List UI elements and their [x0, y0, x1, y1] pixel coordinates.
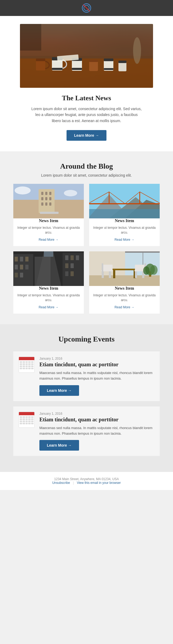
event-item-2: January 1, 2016 Etiam tincidunt, quam ac…	[13, 406, 160, 456]
calendar-header-2	[19, 412, 34, 415]
svg-rect-21	[20, 24, 41, 51]
cal-cell	[23, 416, 25, 418]
cal-cell	[26, 363, 28, 365]
cal-cell	[28, 421, 31, 422]
svg-line-2	[83, 5, 90, 11]
cal-cell	[31, 423, 34, 424]
blog-item-4-title: News Item	[89, 286, 160, 291]
cal-cell	[28, 416, 31, 418]
svg-rect-83	[102, 263, 103, 271]
event-1-text: Maecenas sed nulla massa. In mattis vulp…	[39, 370, 154, 381]
footer: 1234 Main Street, Anywhere, MA 01234, US…	[0, 472, 173, 490]
svg-rect-14	[89, 60, 98, 62]
hero-image	[20, 24, 153, 88]
event-2-text: Maecenas sed nulla massa. In mattis vulp…	[39, 425, 154, 437]
blog-item-4-read-more[interactable]: Read More →	[114, 305, 134, 309]
footer-divider: |	[73, 481, 74, 485]
svg-rect-32	[41, 202, 43, 206]
event-1-learn-more-button[interactable]: Learn More →	[39, 385, 79, 396]
cal-cell	[28, 368, 31, 369]
cal-cell	[26, 368, 28, 369]
view-email-link[interactable]: View this email in your browser	[77, 481, 121, 485]
svg-rect-67	[65, 263, 68, 268]
event-2-date: January 1, 2016	[39, 412, 154, 416]
blog-grid: News Item Integer ut tempor lectus. Viva…	[13, 184, 160, 314]
blog-item-2-read-more[interactable]: Read More →	[114, 238, 134, 242]
cal-cell	[20, 363, 22, 365]
cal-cell	[31, 361, 34, 363]
blog-item-3-read-more[interactable]: Read More →	[39, 305, 59, 309]
svg-rect-6	[36, 59, 45, 61]
blog-title: Around the Blog	[13, 162, 160, 171]
svg-rect-65	[71, 255, 74, 260]
cal-cell	[20, 423, 22, 424]
blog-item-2: News Item Integer ut tempor lectus. Viva…	[89, 184, 160, 246]
svg-rect-28	[49, 192, 51, 195]
cal-cell	[28, 423, 31, 424]
unsubscribe-link[interactable]: Unsubscribe	[52, 481, 70, 485]
cal-cell	[26, 423, 28, 424]
blog-image-alley	[13, 251, 84, 286]
blog-item-1-read-more[interactable]: Read More →	[39, 238, 59, 242]
cal-cell	[20, 418, 22, 420]
cal-cell	[23, 421, 25, 422]
svg-rect-80	[102, 271, 104, 278]
cal-cell	[28, 363, 31, 365]
cal-cell	[23, 363, 25, 365]
calendar-grid-2	[19, 415, 34, 425]
cal-cell	[31, 416, 34, 418]
event-1-date: January 1, 2016	[39, 357, 154, 360]
blog-image-bridge	[89, 184, 160, 218]
event-item-1: January 1, 2016 Etiam tincidunt, quam ac…	[13, 351, 160, 401]
svg-rect-29	[41, 197, 43, 200]
cal-cell	[20, 421, 22, 422]
blog-item-4-text: Integer ut tempor lectus. Vivamus at gra…	[89, 293, 160, 302]
cal-cell	[26, 361, 28, 363]
svg-rect-81	[109, 271, 111, 278]
svg-point-36	[15, 186, 31, 194]
svg-rect-75	[89, 275, 160, 286]
blog-item-1: News Item Integer ut tempor lectus. Viva…	[13, 184, 84, 246]
events-title: Upcoming Events	[13, 335, 160, 343]
svg-rect-19	[118, 61, 126, 63]
event-2-learn-more-button[interactable]: Learn More →	[39, 440, 79, 451]
svg-rect-77	[113, 270, 115, 278]
blog-item-2-text: Integer ut tempor lectus. Vivamus at gra…	[89, 225, 160, 235]
svg-rect-63	[44, 251, 53, 257]
svg-point-92	[150, 265, 158, 275]
cal-cell	[23, 423, 25, 424]
cal-cell	[31, 421, 34, 422]
blog-subtitle: Lorem ipsum dolor sit amet, consectetur …	[13, 173, 160, 177]
svg-rect-9	[52, 68, 63, 70]
cal-cell	[20, 368, 22, 369]
cal-cell	[28, 361, 31, 363]
blog-item-3: News Item Integer ut tempor lectus. Viva…	[13, 251, 84, 314]
svg-point-91	[143, 266, 150, 275]
svg-rect-64	[65, 255, 68, 260]
svg-rect-61	[20, 273, 23, 277]
calendar-icon-2	[19, 412, 35, 428]
cal-cell	[23, 365, 25, 367]
hero-text: Lorem ipsum dolor sit amet, consectetur …	[31, 106, 142, 124]
svg-rect-17	[104, 68, 113, 70]
svg-rect-30	[45, 197, 47, 200]
cal-cell	[20, 365, 22, 367]
cal-cell	[23, 368, 25, 369]
blog-image-tower	[13, 184, 84, 218]
svg-rect-31	[49, 197, 51, 200]
calendar-header-1	[19, 357, 34, 360]
header	[0, 0, 173, 16]
hero-learn-more-button[interactable]: Learn More →	[67, 130, 106, 141]
svg-rect-42	[89, 209, 160, 218]
svg-rect-33	[45, 202, 47, 206]
blog-item-1-title: News Item	[13, 218, 84, 223]
calendar-icon-1	[19, 357, 35, 373]
cal-cell	[23, 418, 25, 420]
blog-item-3-title: News Item	[13, 286, 84, 291]
svg-rect-58	[20, 265, 23, 269]
blog-item-4: News Item Integer ut tempor lectus. Viva…	[89, 251, 160, 314]
svg-rect-68	[71, 263, 74, 268]
cal-cell	[28, 418, 31, 420]
event-1-title: Etiam tincidunt, quam ac porttitor	[39, 362, 154, 368]
blog-item-2-title: News Item	[89, 218, 160, 223]
